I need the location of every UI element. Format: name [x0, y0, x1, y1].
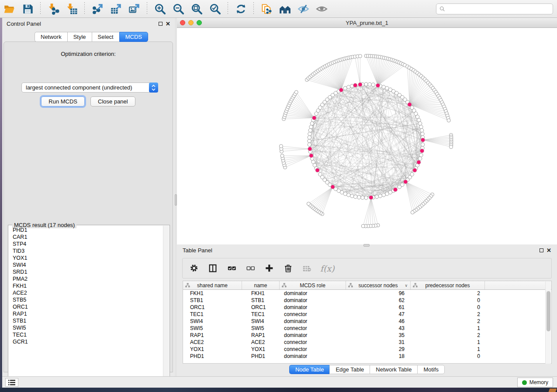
tab-node-table[interactable]: Node Table — [289, 365, 330, 374]
mcds-result-item[interactable]: YOX1 — [9, 254, 163, 261]
ring-node[interactable] — [371, 83, 375, 86]
mcds-result-item[interactable]: ORC1 — [9, 303, 163, 310]
apply-layout-icon[interactable] — [233, 2, 248, 15]
table-row[interactable]: RAP1 RAP1 dominator 35 2 — [183, 332, 551, 339]
ring-node[interactable] — [368, 83, 371, 86]
ring-node[interactable] — [357, 196, 361, 199]
close-panel-icon[interactable]: ✕ — [166, 22, 170, 26]
tab-network[interactable]: Network — [35, 32, 67, 42]
deselect-all-icon[interactable] — [245, 263, 256, 274]
ring-node[interactable] — [382, 193, 385, 196]
dominator-node[interactable] — [339, 88, 343, 92]
ring-node[interactable] — [308, 143, 311, 146]
mcds-result-item[interactable]: CAR1 — [9, 234, 163, 241]
zoom-in-icon[interactable] — [152, 2, 167, 15]
ring-node[interactable] — [350, 194, 354, 198]
ring-node[interactable] — [418, 157, 422, 160]
table-row[interactable]: ACE2 ACE2 connector 31 1 — [183, 339, 551, 346]
dominator-node[interactable] — [369, 196, 373, 199]
dominator-node[interactable] — [353, 83, 357, 87]
ring-node[interactable] — [418, 122, 422, 125]
memory-button[interactable]: Memory — [517, 378, 553, 387]
settings-gear-icon[interactable] — [189, 263, 200, 274]
table-row[interactable]: SWI4 SWI4 dominator 46 2 — [183, 318, 551, 325]
dominator-node[interactable] — [331, 185, 335, 189]
table-row[interactable]: YOX1 YOX1 connector 29 1 — [183, 346, 551, 353]
column-header-MCDS-role[interactable]: MCDS role — [280, 281, 346, 289]
float-table-panel-icon[interactable] — [540, 248, 543, 252]
mcds-result-item[interactable]: STB1 — [9, 317, 163, 324]
ring-node[interactable] — [343, 86, 347, 90]
mcds-result-item[interactable]: RAP1 — [9, 310, 163, 317]
dominator-node[interactable] — [413, 168, 417, 172]
ring-node[interactable] — [398, 185, 401, 189]
zoom-out-icon[interactable] — [171, 2, 186, 15]
ring-node[interactable] — [421, 143, 425, 146]
import-network-icon[interactable] — [46, 2, 61, 15]
search-input[interactable] — [445, 5, 553, 14]
delete-icon[interactable] — [283, 263, 294, 274]
export-network-icon[interactable] — [90, 2, 105, 15]
tab-network-table[interactable]: Network Table — [370, 365, 417, 374]
dominator-node[interactable] — [309, 154, 313, 158]
dominator-node[interactable] — [315, 168, 319, 172]
node-table-scroll-thumb[interactable] — [547, 291, 550, 331]
column-header-successor-nodes[interactable]: successor nodes∨ — [346, 281, 411, 289]
network-window-titlebar[interactable]: YPA_prune.txt_1 — [177, 18, 557, 28]
ring-node[interactable] — [364, 83, 368, 86]
network-canvas[interactable] — [177, 28, 557, 244]
first-neighbors-icon[interactable] — [277, 2, 292, 15]
table-row[interactable]: SWI5 SWI5 connector 43 1 — [183, 325, 551, 332]
tab-mcds[interactable]: MCDS — [119, 32, 148, 42]
mcds-result-item[interactable]: STB5 — [9, 296, 163, 303]
search-box[interactable] — [436, 3, 553, 14]
close-panel-button[interactable]: Close panel — [90, 96, 135, 107]
ring-node[interactable] — [419, 153, 423, 157]
hide-selected-icon[interactable] — [296, 2, 311, 15]
ring-node[interactable] — [382, 85, 385, 89]
mcds-result-item[interactable]: STP4 — [9, 241, 163, 248]
function-builder-button[interactable]: f(x) — [320, 264, 335, 273]
dominator-node[interactable] — [420, 149, 424, 153]
table-row[interactable]: ORC1 ORC1 dominator 61 0 — [183, 304, 551, 311]
mcds-result-item[interactable]: PHD1 — [9, 227, 163, 234]
table-row[interactable]: STB1 STB1 dominator 62 0 — [183, 297, 551, 304]
export-table-icon[interactable] — [108, 2, 123, 15]
ring-node[interactable] — [375, 195, 378, 199]
ring-node[interactable] — [308, 132, 311, 136]
mcds-result-item[interactable]: SRD1 — [9, 268, 163, 275]
ring-node[interactable] — [308, 139, 311, 143]
select-all-icon[interactable] — [226, 263, 238, 274]
add-icon[interactable] — [264, 263, 275, 274]
zoom-fit-icon[interactable] — [189, 2, 204, 15]
ring-node[interactable] — [309, 125, 313, 129]
ring-node[interactable] — [353, 195, 357, 199]
criterion-select[interactable]: largest connected component (undirected) — [21, 83, 158, 93]
mcds-result-item[interactable]: SWI4 — [9, 261, 163, 268]
leaf-node[interactable] — [358, 55, 362, 58]
dominator-node[interactable] — [404, 180, 408, 184]
dominator-node[interactable] — [376, 83, 380, 87]
import-table-icon[interactable] — [64, 2, 79, 15]
ring-node[interactable] — [361, 196, 364, 199]
mcds-result-item[interactable]: TID3 — [9, 248, 163, 254]
mcds-result-item[interactable]: FKH1 — [9, 282, 163, 289]
ring-node[interactable] — [364, 196, 368, 199]
column-header-predecessor-nodes[interactable]: predecessor nodes — [411, 281, 485, 289]
mcds-result-item[interactable]: ACE2 — [9, 289, 163, 296]
run-mcds-button[interactable]: Run MCDS — [41, 96, 85, 107]
zoom-selected-icon[interactable] — [208, 2, 222, 15]
close-table-panel-icon[interactable]: ✕ — [547, 248, 551, 252]
dominator-node[interactable] — [417, 160, 421, 164]
ring-node[interactable] — [318, 172, 322, 176]
task-history-button[interactable] — [5, 378, 18, 387]
show-all-icon[interactable] — [314, 2, 329, 15]
mcds-result-item[interactable]: GCR1 — [9, 338, 163, 345]
leaf-node[interactable] — [361, 224, 365, 228]
float-panel-icon[interactable] — [159, 22, 163, 26]
mcds-result-list[interactable]: PHD1CAR1STP4TID3YOX1SWI4SRD1PMA2FKH1ACE2… — [9, 227, 163, 386]
column-header-shared-name[interactable]: shared name — [183, 281, 242, 289]
save-session-icon[interactable] — [20, 2, 35, 15]
dominator-node[interactable] — [408, 103, 412, 107]
leaf-node[interactable] — [279, 144, 283, 148]
